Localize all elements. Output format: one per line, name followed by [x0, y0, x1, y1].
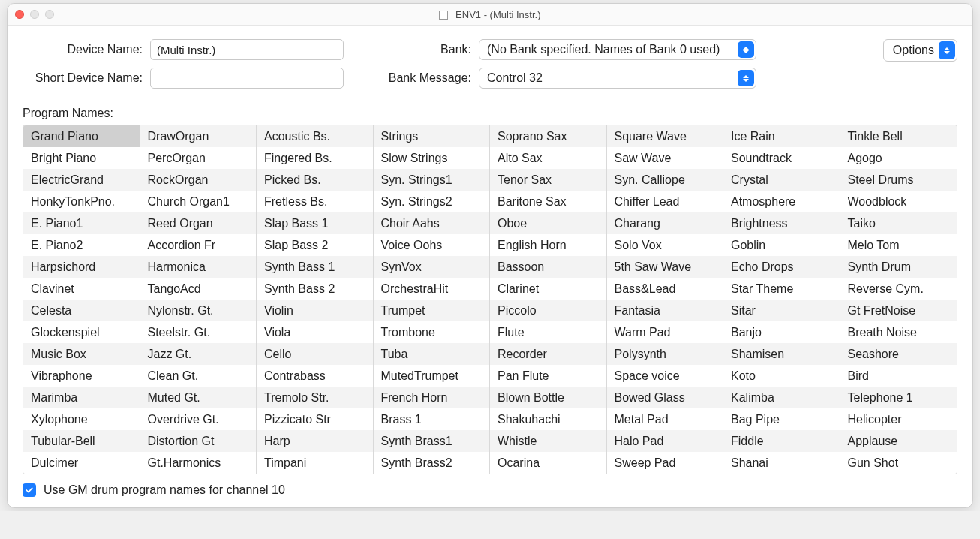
program-cell[interactable]: Tenor Sax	[490, 169, 606, 191]
program-cell[interactable]: Ice Rain	[723, 125, 840, 147]
bank-message-select[interactable]: Control 32	[479, 68, 756, 89]
program-cell[interactable]: Steelstr. Gt.	[140, 321, 257, 343]
program-cell[interactable]: Atmosphere	[723, 191, 840, 212]
program-cell[interactable]: Dulcimer	[23, 452, 140, 474]
program-cell[interactable]: Reed Organ	[140, 212, 257, 234]
program-cell[interactable]: Marimba	[23, 387, 140, 408]
program-cell[interactable]: Clavinet	[23, 278, 140, 300]
program-cell[interactable]: Tubular-Bell	[23, 430, 140, 452]
program-cell[interactable]: Breath Noise	[840, 321, 957, 343]
program-cell[interactable]: Space voice	[607, 365, 723, 387]
program-cell[interactable]: Syn. Strings2	[374, 191, 490, 212]
program-cell[interactable]: Fretless Bs.	[257, 191, 373, 212]
program-cell[interactable]: Violin	[257, 300, 373, 321]
program-cell[interactable]: Pizzicato Str	[257, 408, 373, 430]
program-cell[interactable]: Shakuhachi	[490, 408, 606, 430]
program-cell[interactable]: Cello	[257, 343, 373, 365]
program-cell[interactable]: Ocarina	[490, 452, 606, 474]
program-cell[interactable]: Accordion Fr	[140, 234, 257, 256]
program-cell[interactable]: Piccolo	[490, 300, 606, 321]
program-cell[interactable]: Shanai	[723, 452, 840, 474]
program-cell[interactable]: Helicopter	[840, 408, 957, 430]
program-cell[interactable]: Brass 1	[374, 408, 490, 430]
program-cell[interactable]: E. Piano2	[23, 234, 140, 256]
program-cell[interactable]: Synth Brass2	[374, 452, 490, 474]
program-cell[interactable]: Echo Drops	[723, 256, 840, 278]
program-cell[interactable]: Contrabass	[257, 365, 373, 387]
program-cell[interactable]: Xylophone	[23, 408, 140, 430]
program-cell[interactable]: Vibraphone	[23, 365, 140, 387]
program-cell[interactable]: Overdrive Gt.	[140, 408, 257, 430]
program-cell[interactable]: Bright Piano	[23, 147, 140, 169]
program-cell[interactable]: Fiddle	[723, 430, 840, 452]
program-cell[interactable]: Oboe	[490, 212, 606, 234]
program-cell[interactable]: Sweep Pad	[607, 452, 723, 474]
gm-checkbox[interactable]	[23, 483, 36, 497]
program-cell[interactable]: Baritone Sax	[490, 191, 606, 212]
program-cell[interactable]: Harpsichord	[23, 256, 140, 278]
program-cell[interactable]: Solo Vox	[607, 234, 723, 256]
program-cell[interactable]: Shamisen	[723, 343, 840, 365]
zoom-icon[interactable]	[45, 10, 54, 19]
program-cell[interactable]: English Horn	[490, 234, 606, 256]
program-cell[interactable]: Celesta	[23, 300, 140, 321]
program-cell[interactable]: HonkyTonkPno.	[23, 191, 140, 212]
program-cell[interactable]: Jazz Gt.	[140, 343, 257, 365]
program-cell[interactable]: PercOrgan	[140, 147, 257, 169]
program-cell[interactable]: Banjo	[723, 321, 840, 343]
program-cell[interactable]: Viola	[257, 321, 373, 343]
program-cell[interactable]: Slow Strings	[374, 147, 490, 169]
program-cell[interactable]: Taiko	[840, 212, 957, 234]
program-cell[interactable]: Seashore	[840, 343, 957, 365]
program-cell[interactable]: Gun Shot	[840, 452, 957, 474]
program-cell[interactable]: Syn. Calliope	[607, 169, 723, 191]
program-cell[interactable]: Trumpet	[374, 300, 490, 321]
program-cell[interactable]: TangoAcd	[140, 278, 257, 300]
program-cell[interactable]: Charang	[607, 212, 723, 234]
program-cell[interactable]: Gt FretNoise	[840, 300, 957, 321]
device-name-input[interactable]	[150, 39, 344, 60]
program-cell[interactable]: Woodblock	[840, 191, 957, 212]
program-cell[interactable]: Trombone	[374, 321, 490, 343]
program-cell[interactable]: Soundtrack	[723, 147, 840, 169]
gm-checkbox-row[interactable]: Use GM drum program names for channel 10	[23, 483, 957, 497]
program-cell[interactable]: Koto	[723, 365, 840, 387]
program-cell[interactable]: Synth Bass 1	[257, 256, 373, 278]
program-cell[interactable]: Harp	[257, 430, 373, 452]
program-cell[interactable]: Strings	[374, 125, 490, 147]
program-cell[interactable]: Soprano Sax	[490, 125, 606, 147]
program-cell[interactable]: Distortion Gt	[140, 430, 257, 452]
program-cell[interactable]: Star Theme	[723, 278, 840, 300]
program-cell[interactable]: Synth Bass 2	[257, 278, 373, 300]
minimize-icon[interactable]	[30, 10, 39, 19]
program-cell[interactable]: Blown Bottle	[490, 387, 606, 408]
program-cell[interactable]: Halo Pad	[607, 430, 723, 452]
program-cell[interactable]: Slap Bass 1	[257, 212, 373, 234]
program-cell[interactable]: Muted Gt.	[140, 387, 257, 408]
program-cell[interactable]: Nylonstr. Gt.	[140, 300, 257, 321]
program-cell[interactable]: Kalimba	[723, 387, 840, 408]
program-cell[interactable]: Warm Pad	[607, 321, 723, 343]
program-cell[interactable]: Sitar	[723, 300, 840, 321]
program-cell[interactable]: Chiffer Lead	[607, 191, 723, 212]
program-cell[interactable]: Clean Gt.	[140, 365, 257, 387]
program-cell[interactable]: Gt.Harmonics	[140, 452, 257, 474]
short-device-name-input[interactable]	[150, 68, 344, 89]
program-cell[interactable]: Picked Bs.	[257, 169, 373, 191]
bank-select[interactable]: (No Bank specified. Names of Bank 0 used…	[479, 39, 756, 60]
program-cell[interactable]: E. Piano1	[23, 212, 140, 234]
program-cell[interactable]: ElectricGrand	[23, 169, 140, 191]
program-cell[interactable]: Whistle	[490, 430, 606, 452]
program-cell[interactable]: Synth Drum	[840, 256, 957, 278]
program-cell[interactable]: Tinkle Bell	[840, 125, 957, 147]
program-cell[interactable]: Choir Aahs	[374, 212, 490, 234]
program-cell[interactable]: Square Wave	[607, 125, 723, 147]
program-cell[interactable]: Fingered Bs.	[257, 147, 373, 169]
program-cell[interactable]: Synth Brass1	[374, 430, 490, 452]
program-cell[interactable]: Saw Wave	[607, 147, 723, 169]
close-icon[interactable]	[15, 10, 24, 19]
program-cell[interactable]: Voice Oohs	[374, 234, 490, 256]
program-cell[interactable]: Tremolo Str.	[257, 387, 373, 408]
program-cell[interactable]: Bassoon	[490, 256, 606, 278]
program-cell[interactable]: Polysynth	[607, 343, 723, 365]
